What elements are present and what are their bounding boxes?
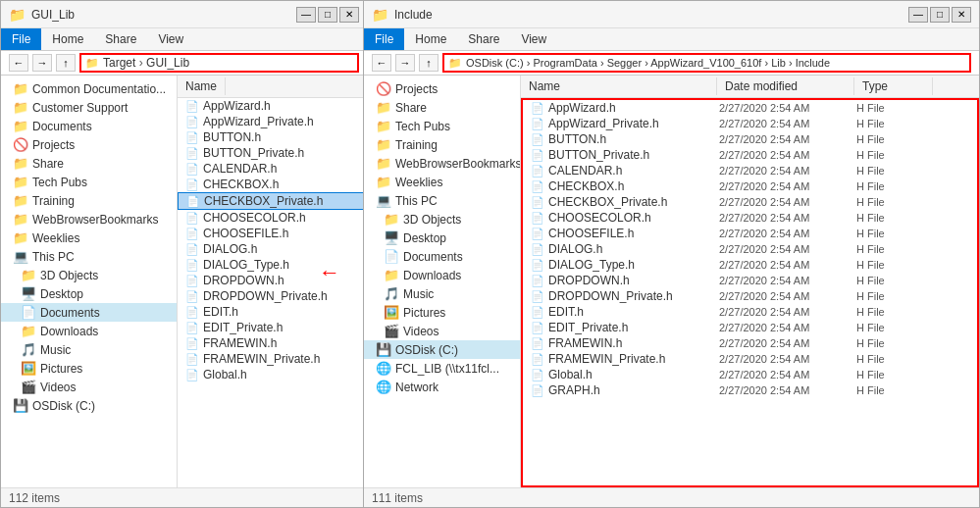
left-file-button[interactable]: 📄BUTTON.h (178, 129, 367, 145)
left-file-checkbox[interactable]: 📄CHECKBOX.h (178, 177, 367, 192)
left-file-global[interactable]: 📄Global.h (178, 367, 367, 382)
right-sidebar-item-weeklies[interactable]: 📁 Weeklies (364, 173, 520, 191)
left-sidebar-item-documents[interactable]: 📄 Documents (1, 303, 177, 322)
right-file-dropdown-private[interactable]: 📄DROPDOWN_Private.h2/27/2020 2:54 AMH Fi… (523, 288, 977, 304)
right-file-checkbox-private[interactable]: 📄CHECKBOX_Private.h2/27/2020 2:54 AMH Fi… (523, 194, 977, 210)
right-close-button[interactable]: ✕ (952, 7, 971, 23)
left-back-button[interactable]: ← (9, 54, 28, 72)
right-back-button[interactable]: ← (372, 54, 391, 72)
right-sidebar-item-osdisk[interactable]: 💾 OSDisk (C:) (364, 340, 520, 359)
right-file-framewin[interactable]: 📄FRAMEWIN.h2/27/2020 2:54 AMH File (523, 335, 977, 351)
left-sidebar-item-weeklies[interactable]: 📁 Weeklies (1, 229, 177, 247)
right-tab-share[interactable]: Share (457, 28, 510, 50)
right-file-framewin-private[interactable]: 📄FRAMEWIN_Private.h2/27/2020 2:54 AMH Fi… (523, 351, 977, 367)
left-sidebar-item-training[interactable]: 📁 Training (1, 191, 177, 210)
close-button[interactable]: ✕ (339, 7, 359, 23)
left-file-framewin[interactable]: 📄FRAMEWIN.h (178, 335, 367, 351)
right-sidebar-item-techpubs[interactable]: 📁 Tech Pubs (364, 117, 520, 135)
right-status-text: 111 items (372, 491, 423, 505)
left-sidebar-item-thispc[interactable]: 💻 This PC (1, 247, 177, 266)
right-sidebar-item-training[interactable]: 📁 Training (364, 135, 520, 154)
right-sidebar-item-fcl[interactable]: 🌐 FCL_LIB (\\tx11fcl... (364, 359, 520, 378)
right-sidebar-icon-thispc: 💻 (376, 193, 391, 208)
right-col-date[interactable]: Date modified (717, 77, 854, 95)
right-sidebar-item-desktop[interactable]: 🖥️ Desktop (364, 229, 520, 247)
left-col-name[interactable]: Name (178, 77, 226, 95)
maximize-button[interactable]: □ (318, 7, 337, 23)
left-forward-button[interactable]: → (32, 54, 52, 72)
right-file-graph[interactable]: 📄GRAPH.h2/27/2020 2:54 AMH File (523, 382, 977, 398)
right-file-checkbox[interactable]: 📄CHECKBOX.h2/27/2020 2:54 AMH File (523, 178, 977, 194)
left-sidebar-item-projects[interactable]: 🚫 Projects (1, 135, 177, 154)
left-file-edit[interactable]: 📄EDIT.h (178, 304, 367, 320)
left-sidebar-item-videos[interactable]: 🎬 Videos (1, 378, 177, 396)
left-file-appwizard[interactable]: 📄AppWizard.h (178, 98, 367, 114)
right-sidebar-item-projects[interactable]: 🚫 Projects (364, 79, 520, 98)
left-tab-file[interactable]: File (1, 28, 41, 50)
left-sidebar-item-3dobjects[interactable]: 📁 3D Objects (1, 266, 177, 284)
right-sidebar-item-share[interactable]: 📁 Share (364, 98, 520, 117)
left-file-calendar[interactable]: 📄CALENDAR.h (178, 161, 367, 177)
left-file-icon-choosecolor: 📄 (185, 212, 199, 225)
left-sidebar-item-techpubs[interactable]: 📁 Tech Pubs (1, 173, 177, 191)
right-tab-home[interactable]: Home (404, 28, 457, 50)
left-sidebar-item-common[interactable]: 📁 Common Documentatio... (1, 79, 177, 98)
left-file-edit-private[interactable]: 📄EDIT_Private.h (178, 320, 367, 335)
left-sidebar-item-webbookmarks[interactable]: 📁 WebBrowserBookmarks (1, 210, 177, 229)
left-up-button[interactable]: ↑ (56, 54, 76, 72)
right-file-edit-private[interactable]: 📄EDIT_Private.h2/27/2020 2:54 AMH File (523, 320, 977, 335)
right-tab-file[interactable]: File (364, 28, 404, 50)
right-file-global[interactable]: 📄Global.h2/27/2020 2:54 AMH File (523, 367, 977, 382)
right-sidebar-item-3dobjects[interactable]: 📁 3D Objects (364, 210, 520, 229)
right-col-name[interactable]: Name (521, 77, 717, 95)
right-sidebar-icon-network: 🌐 (376, 380, 391, 394)
right-file-dialog-type[interactable]: 📄DIALOG_Type.h2/27/2020 2:54 AMH File (523, 257, 977, 273)
left-sidebar-item-desktop[interactable]: 🖥️ Desktop (1, 284, 177, 303)
right-file-edit[interactable]: 📄EDIT.h2/27/2020 2:54 AMH File (523, 304, 977, 320)
left-sidebar-item-customer[interactable]: 📁 Customer Support (1, 98, 177, 117)
left-file-dropdown-private[interactable]: 📄DROPDOWN_Private.h (178, 288, 367, 304)
right-sidebar-item-videos[interactable]: 🎬 Videos (364, 322, 520, 340)
right-file-dropdown[interactable]: 📄DROPDOWN.h2/27/2020 2:54 AMH File (523, 273, 977, 288)
right-file-button-private[interactable]: 📄BUTTON_Private.h2/27/2020 2:54 AMH File (523, 147, 977, 163)
right-tab-view[interactable]: View (510, 28, 557, 50)
right-sidebar-item-webbookmarks[interactable]: 📁 WebBrowserBookmarks (364, 154, 520, 173)
left-file-dialog[interactable]: 📄DIALOG.h (178, 241, 367, 257)
left-file-choosecolor[interactable]: 📄CHOOSECOLOR.h (178, 210, 367, 226)
left-sidebar-item-osdisk[interactable]: 💾 OSDisk (C:) (1, 396, 177, 415)
left-sidebar-item-share[interactable]: 📁 Share (1, 154, 177, 173)
left-sidebar-item-downloads[interactable]: 📁 Downloads (1, 322, 177, 340)
right-file-appwizard[interactable]: 📄AppWizard.h2/27/2020 2:54 AMH File (523, 100, 977, 116)
left-sidebar-item-pictures[interactable]: 🖼️ Pictures (1, 359, 177, 378)
right-maximize-button[interactable]: □ (930, 7, 950, 23)
left-tab-home[interactable]: Home (41, 28, 94, 50)
right-address-bar[interactable]: 📁 OSDisk (C:) › ProgramData › Segger › A… (442, 53, 971, 73)
right-file-calendar[interactable]: 📄CALENDAR.h2/27/2020 2:54 AMH File (523, 163, 977, 178)
left-file-appwizard-private[interactable]: 📄AppWizard_Private.h (178, 114, 367, 129)
right-sidebar-item-downloads[interactable]: 📁 Downloads (364, 266, 520, 284)
left-file-choosefile[interactable]: 📄CHOOSEFILE.h (178, 226, 367, 241)
right-up-button[interactable]: ↑ (419, 54, 438, 72)
left-file-button-private[interactable]: 📄BUTTON_Private.h (178, 145, 367, 161)
left-file-checkbox-private[interactable]: 📄CHECKBOX_Private.h (178, 192, 367, 210)
right-sidebar-item-network[interactable]: 🌐 Network (364, 378, 520, 396)
minimize-button[interactable]: — (296, 7, 316, 23)
right-file-dialog[interactable]: 📄DIALOG.h2/27/2020 2:54 AMH File (523, 241, 977, 257)
left-address-bar[interactable]: 📁 Target › GUI_Lib (79, 53, 359, 73)
left-sidebar-item-docs[interactable]: 📁 Documents (1, 117, 177, 135)
right-file-button[interactable]: 📄BUTTON.h2/27/2020 2:54 AMH File (523, 131, 977, 147)
left-sidebar-item-music[interactable]: 🎵 Music (1, 340, 177, 359)
left-file-framewin-private[interactable]: 📄FRAMEWIN_Private.h (178, 351, 367, 367)
left-tab-share[interactable]: Share (94, 28, 147, 50)
right-file-choosefile[interactable]: 📄CHOOSEFILE.h2/27/2020 2:54 AMH File (523, 226, 977, 241)
right-minimize-button[interactable]: — (908, 7, 928, 23)
right-sidebar-item-pictures[interactable]: 🖼️ Pictures (364, 303, 520, 322)
right-forward-button[interactable]: → (395, 54, 415, 72)
right-sidebar-item-music[interactable]: 🎵 Music (364, 284, 520, 303)
left-tab-view[interactable]: View (147, 28, 194, 50)
right-sidebar-item-documents[interactable]: 📄 Documents (364, 247, 520, 266)
right-col-type[interactable]: Type (854, 77, 933, 95)
right-file-choosecolor[interactable]: 📄CHOOSECOLOR.h2/27/2020 2:54 AMH File (523, 210, 977, 226)
right-file-appwizard-private[interactable]: 📄AppWizard_Private.h2/27/2020 2:54 AMH F… (523, 116, 977, 131)
right-sidebar-item-thispc[interactable]: 💻 This PC (364, 191, 520, 210)
